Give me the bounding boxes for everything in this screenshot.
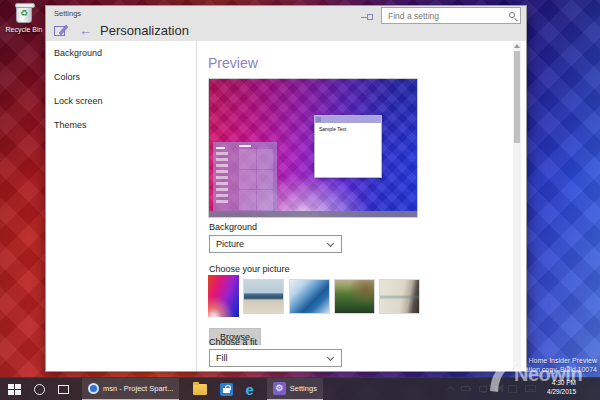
msn-spartan-icon — [88, 383, 99, 394]
search-box — [381, 7, 521, 24]
recycle-bin-shortcut[interactable]: ♻ Recycle Bin — [2, 5, 46, 33]
search-input[interactable] — [382, 8, 520, 23]
thumbnail-green-coastal-cliffs[interactable] — [334, 279, 375, 314]
settings-app-icon — [54, 24, 69, 37]
preview-start-menu — [213, 142, 277, 213]
task-view-button[interactable] — [45, 378, 69, 400]
folder-icon — [193, 384, 207, 395]
preview-sample-window: Sample Text — [314, 115, 382, 178]
preview-sample-text: Sample Text — [319, 126, 346, 132]
sidebar-item-lock-screen[interactable]: Lock screen — [46, 89, 196, 113]
scrollbar-up-arrow[interactable] — [514, 44, 520, 48]
fit-dropdown-value: Fill — [210, 353, 228, 363]
preview-start-rail — [216, 147, 228, 210]
taskbar-button-settings-label: Settings — [290, 384, 317, 393]
preview-heading: Preview — [208, 55, 258, 71]
edge-icon: e — [245, 382, 253, 397]
preview-tiles-title — [239, 145, 251, 147]
background-dropdown[interactable]: Picture — [209, 235, 342, 253]
pin-icon[interactable] — [361, 14, 373, 20]
window-title: Settings — [54, 9, 81, 18]
cortana-circle-icon — [34, 384, 45, 395]
settings-sidebar: Background Colors Lock screen Themes — [46, 41, 196, 371]
preview-taskbar — [209, 211, 417, 217]
gear-icon: ⚙ — [273, 382, 286, 395]
taskbar-clock[interactable]: 4:30 PM 4/29/2015 — [540, 378, 576, 399]
chevron-down-icon — [327, 354, 334, 361]
preview-start-tiles — [239, 149, 273, 210]
back-button[interactable]: ← — [79, 24, 92, 37]
page-title: Personalization — [100, 23, 189, 38]
preview-sample-titlebar — [315, 116, 381, 123]
choose-picture-label: Choose your picture — [209, 264, 290, 274]
settings-content: Preview Sample Text Ba — [196, 41, 513, 371]
thumbnail-beach-shoreline[interactable] — [243, 279, 284, 314]
recycle-bin-label: Recycle Bin — [2, 26, 46, 33]
clock-date: 4/29/2015 — [540, 387, 576, 396]
clock-time: 4:30 PM — [540, 378, 576, 387]
taskbar-button-msn-label: msn - Project Spart... — [103, 384, 173, 393]
choose-fit-label: Choose a fit — [209, 337, 257, 347]
sidebar-item-themes[interactable]: Themes — [46, 113, 196, 137]
store-icon — [220, 383, 233, 396]
edge-browser-button[interactable]: e — [233, 378, 253, 400]
taskbar: msn - Project Spart... e ⚙ Settings — [0, 377, 600, 400]
recycle-bin-icon: ♻ — [16, 5, 32, 23]
background-dropdown-value: Picture — [210, 239, 244, 249]
preview-box: Sample Text — [208, 78, 418, 218]
thumbnail-blue-abstract-waves[interactable] — [289, 279, 330, 314]
taskbar-button-settings[interactable]: ⚙ Settings — [267, 378, 323, 400]
recycle-symbol-icon: ♻ — [17, 9, 31, 18]
scrollbar-thumb[interactable] — [514, 51, 520, 143]
fit-dropdown[interactable]: Fill — [209, 349, 342, 367]
chevron-down-icon — [327, 240, 334, 247]
sidebar-item-background[interactable]: Background — [46, 41, 196, 65]
thumbnail-colorful-diamond-wallpaper[interactable] — [208, 275, 239, 317]
search-button[interactable] — [21, 378, 45, 400]
task-view-icon — [58, 385, 69, 394]
taskbar-button-msn[interactable]: msn - Project Spart... — [82, 378, 179, 400]
scrollbar[interactable] — [513, 42, 521, 370]
sidebar-item-colors[interactable]: Colors — [46, 65, 196, 89]
start-button[interactable] — [0, 378, 21, 400]
background-label: Background — [209, 222, 257, 232]
windows-logo-icon — [8, 384, 21, 395]
file-explorer-button[interactable] — [179, 378, 207, 400]
desktop-root: Windows 10 Home Insider Preview Evaluati… — [0, 0, 600, 400]
thumbnail-beach-path[interactable] — [379, 279, 420, 314]
store-button[interactable] — [207, 378, 233, 400]
settings-window: Settings ✕ ← Personalization Background … — [45, 5, 527, 372]
search-icon[interactable] — [509, 12, 515, 18]
